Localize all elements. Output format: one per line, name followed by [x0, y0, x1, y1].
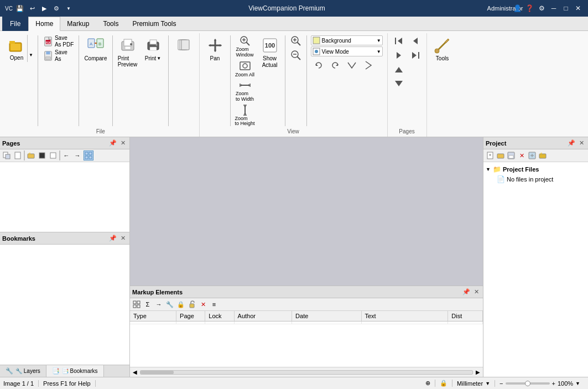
tab-file[interactable]: File: [2, 17, 28, 31]
qat-undo-btn[interactable]: ↩: [27, 3, 38, 14]
unit-dropdown[interactable]: ▼: [485, 381, 490, 386]
window-minimize-btn[interactable]: ─: [548, 3, 559, 14]
tab-bookmarks[interactable]: 📑 📑 Bookmarks: [46, 365, 104, 377]
pages-tool-open[interactable]: [26, 151, 36, 160]
markup-elements-scrollbar[interactable]: ◀ ▶: [130, 367, 483, 377]
next-page-btn[interactable]: [391, 49, 407, 62]
zoom-out-status-btn[interactable]: −: [499, 380, 503, 387]
print-preview-btn[interactable]: PrintPreview: [116, 34, 140, 69]
document-area[interactable]: [130, 137, 483, 286]
me-tool-lock[interactable]: 🔒: [176, 299, 186, 309]
me-tool-menu[interactable]: ≡: [209, 299, 219, 309]
pan-btn[interactable]: Pan: [203, 34, 227, 63]
prev-page-btn[interactable]: [408, 34, 423, 48]
zoom-slider-thumb[interactable]: [525, 381, 530, 386]
print-preview-icon: [118, 35, 138, 55]
pages-tool-right[interactable]: →: [72, 151, 82, 160]
pages-tool-new[interactable]: [2, 151, 12, 160]
compare-btn[interactable]: AB Compare: [82, 34, 109, 63]
tab-tools[interactable]: Tools: [96, 17, 126, 31]
sep2: [79, 35, 79, 126]
last-page-btn[interactable]: [408, 49, 423, 62]
print-dropdown-arrow[interactable]: ▼: [157, 56, 161, 61]
save-as-pdf-label: Save As PDF: [55, 35, 74, 48]
pages-pin-btn[interactable]: 📌: [108, 139, 117, 148]
qat-settings-btn[interactable]: ⚙: [51, 3, 62, 14]
proj-new-file[interactable]: [485, 151, 495, 160]
me-tool-grid[interactable]: [132, 299, 142, 309]
zoom-all-btn[interactable]: Zoom All: [233, 59, 257, 78]
markup-elements-pin-btn[interactable]: 📌: [462, 288, 471, 297]
me-tool-wrench[interactable]: 🔧: [165, 299, 175, 309]
center-area: Markup Elements 📌 ✕ Σ → 🔧 🔒 ✕ ≡: [130, 137, 483, 377]
pages-tool-grid[interactable]: [84, 151, 93, 160]
zoom-slider[interactable]: [506, 382, 550, 385]
project-close-btn[interactable]: ✕: [577, 139, 586, 148]
flip-v-btn[interactable]: [361, 59, 376, 72]
view-mode-dropdown[interactable]: View Mode ▼: [311, 46, 383, 56]
bookmarks-close-btn[interactable]: ✕: [118, 234, 127, 243]
proj-save-as[interactable]: [527, 151, 537, 160]
zoom-out-btn[interactable]: [288, 49, 304, 62]
proj-open-file[interactable]: [496, 151, 506, 160]
zoom-in-btn[interactable]: [288, 34, 304, 48]
scroll-right-btn[interactable]: ▶: [473, 367, 483, 377]
tools-btn[interactable]: Tools: [430, 34, 455, 63]
tab-home[interactable]: Home: [28, 17, 60, 31]
bookmarks-pin-btn[interactable]: 📌: [108, 234, 117, 243]
project-pin-btn[interactable]: 📌: [567, 139, 576, 148]
scroll-left-btn[interactable]: ◀: [130, 367, 140, 377]
tree-expand-icon[interactable]: ▼: [486, 167, 491, 172]
tab-layers[interactable]: 🔧 🔧 Layers: [0, 365, 46, 377]
me-tool-arrow[interactable]: →: [154, 299, 164, 309]
proj-delete[interactable]: ✕: [517, 151, 527, 160]
proj-open-folder[interactable]: [538, 151, 548, 160]
zoom-window-btn[interactable]: Zoom Window: [233, 34, 257, 59]
open-dropdown-btn[interactable]: ▼: [27, 35, 34, 62]
window-close-btn[interactable]: ✕: [573, 3, 584, 14]
print-btn[interactable]: Print ▼: [141, 34, 165, 69]
me-tool-unlock[interactable]: [187, 299, 197, 309]
open-button-split[interactable]: Open ▼: [6, 34, 35, 63]
pages-close-btn[interactable]: ✕: [118, 139, 127, 148]
qat-save-btn[interactable]: 💾: [14, 3, 25, 14]
proj-save[interactable]: [506, 151, 516, 160]
zoom-to-width-btn[interactable]: Zoom to Width: [233, 79, 257, 103]
svg-point-21: [155, 44, 157, 46]
background-dropdown[interactable]: Background ▼: [311, 35, 383, 45]
zoom-pct-dropdown[interactable]: ▼: [575, 381, 580, 386]
pages-tool-single[interactable]: [13, 151, 23, 160]
page-up-btn[interactable]: [391, 63, 407, 76]
qat-dropdown-btn[interactable]: ▼: [63, 3, 74, 14]
flip-h-btn[interactable]: [344, 59, 360, 72]
window-help-btn[interactable]: ❓: [524, 3, 535, 14]
window-settings-btn[interactable]: ⚙: [536, 3, 547, 14]
open-main-btn[interactable]: Open: [6, 35, 27, 62]
qat-run-btn[interactable]: ▶: [39, 3, 50, 14]
scroll-track[interactable]: [140, 370, 473, 375]
export-btn[interactable]: [171, 34, 196, 56]
project-files-node[interactable]: ▼ 📁 Project Files: [486, 164, 586, 174]
pages-tool-left[interactable]: ←: [61, 151, 71, 160]
zoom-in-status-btn[interactable]: +: [552, 380, 555, 387]
save-as-btn[interactable]: Save As: [41, 49, 76, 63]
window-user-icon[interactable]: 👤: [512, 3, 523, 14]
pages-tool-white[interactable]: [48, 151, 58, 160]
show-actual-btn[interactable]: 100 Show Actual: [258, 34, 282, 70]
tab-markup[interactable]: Markup: [60, 17, 96, 31]
rotate-cw-btn[interactable]: [327, 59, 343, 72]
scroll-thumb[interactable]: [141, 371, 174, 374]
zoom-to-height-btn[interactable]: Zoom to Height: [233, 103, 257, 128]
markup-elements-header: Markup Elements 📌 ✕: [130, 286, 483, 298]
window-restore-btn[interactable]: □: [560, 3, 571, 14]
me-tool-delete[interactable]: ✕: [198, 299, 208, 309]
markup-elements-close-btn[interactable]: ✕: [472, 288, 481, 297]
pages-tool-blackout[interactable]: [37, 151, 47, 160]
save-as-pdf-btn[interactable]: PDF Save As PDF: [41, 34, 76, 49]
me-tool-sum[interactable]: Σ: [143, 299, 153, 309]
rotate-ccw-btn[interactable]: [311, 59, 326, 72]
first-page-btn[interactable]: [391, 34, 407, 48]
unit-segment[interactable]: Millimeter ▼: [457, 380, 495, 387]
tab-premium-tools[interactable]: Premium Tools: [126, 17, 183, 31]
page-down-btn[interactable]: [391, 77, 407, 90]
